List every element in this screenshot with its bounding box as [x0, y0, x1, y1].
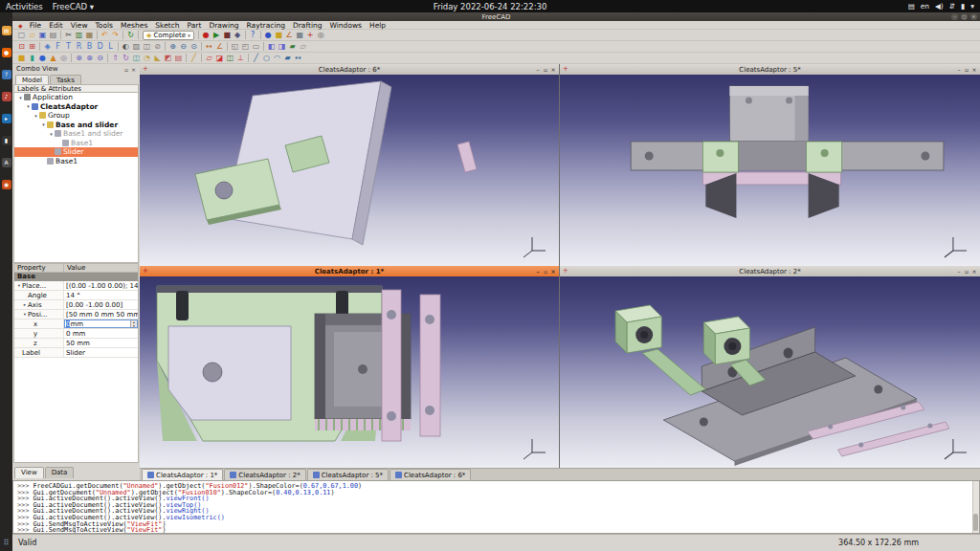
- viewport-close-icon[interactable]: ×: [549, 266, 557, 276]
- macro-stop-icon[interactable]: ■: [222, 30, 233, 40]
- viewport-maximize-icon[interactable]: ▫: [963, 64, 970, 75]
- dock-texteditor-icon[interactable]: A: [2, 158, 11, 167]
- tab-data[interactable]: Data: [45, 467, 75, 478]
- dock-help-icon[interactable]: ?: [2, 70, 11, 79]
- value-spinbox[interactable]: 0 mm▴▾: [64, 320, 138, 328]
- spin-down-icon[interactable]: ▾: [131, 324, 137, 328]
- view-left-icon[interactable]: L: [105, 41, 116, 52]
- constraint-icon[interactable]: ⊥: [235, 53, 246, 63]
- 3d-view-isometric[interactable]: [560, 276, 980, 468]
- tree-item-application[interactable]: ▾Application: [14, 93, 138, 102]
- network-icon[interactable]: ⇵: [949, 2, 955, 11]
- refresh-icon[interactable]: ↻: [125, 30, 136, 40]
- camera-icon[interactable]: ◎: [316, 30, 326, 40]
- tab-view[interactable]: View: [14, 467, 44, 478]
- 3d-view-front[interactable]: [560, 75, 980, 266]
- draft-line-icon[interactable]: ╱: [251, 53, 261, 63]
- window-tile-icon[interactable]: ◱: [230, 41, 240, 52]
- menu-file[interactable]: File: [26, 21, 46, 30]
- sketch-edit-icon[interactable]: ◪: [214, 53, 225, 63]
- python-console[interactable]: >>> FreeCADGui.getDocument("Unnamed").ge…: [12, 480, 980, 534]
- redo-icon[interactable]: ↷: [110, 30, 121, 40]
- property-row-y[interactable]: y0 mm: [14, 329, 138, 339]
- primitive-cylinder-icon[interactable]: ▮: [27, 53, 37, 63]
- menu-sketch[interactable]: Sketch: [151, 21, 183, 30]
- view-bottom-icon[interactable]: D: [95, 41, 105, 52]
- expander-icon[interactable]: ▾: [48, 131, 55, 137]
- sketch-new-icon[interactable]: ▱: [204, 53, 214, 63]
- viewport-close-icon[interactable]: ×: [549, 64, 557, 75]
- tree-item-group[interactable]: ▾Group: [14, 111, 138, 121]
- model-pink-rails[interactable]: [382, 290, 440, 441]
- fullscreen-icon[interactable]: ▭: [251, 41, 261, 52]
- draft-polygon-icon[interactable]: ▰: [282, 53, 293, 63]
- draft-dimension-icon[interactable]: ↔: [293, 53, 303, 63]
- expander-icon[interactable]: ▾: [17, 95, 24, 100]
- viewport-titlebar[interactable]: + CleatsAdaptor : 5* – ▫ ×: [560, 64, 980, 75]
- window-minimize-button[interactable]: –: [951, 13, 958, 20]
- axis-cross-icon[interactable]: +: [305, 30, 316, 40]
- menu-drafting[interactable]: Drafting: [289, 21, 326, 30]
- view-right-icon[interactable]: R: [74, 41, 84, 52]
- chevron-down-icon[interactable]: ▾: [970, 2, 974, 11]
- viewport-maximize-icon[interactable]: ▫: [963, 266, 970, 276]
- part-sphere-icon[interactable]: ●: [263, 30, 274, 40]
- chamfer-icon[interactable]: ◣: [152, 53, 163, 63]
- viewport-minimize-icon[interactable]: –: [534, 266, 542, 276]
- 3d-view-front-tilted[interactable]: [140, 75, 559, 266]
- view-fit-all-icon[interactable]: ⊡: [16, 41, 27, 52]
- menu-edit[interactable]: Edit: [45, 21, 67, 30]
- model-base-plate[interactable]: [631, 142, 944, 170]
- viewport-maximize-icon[interactable]: ▫: [542, 266, 549, 276]
- system-tray[interactable]: ▤en◀)⇵▮▾: [908, 2, 974, 11]
- copy-icon[interactable]: ▥: [74, 30, 84, 40]
- viewport-close-icon[interactable]: ×: [970, 266, 978, 276]
- macro-record-icon[interactable]: ●: [201, 30, 212, 40]
- view-fit-selection-icon[interactable]: ⊞: [27, 41, 37, 52]
- measure-icon[interactable]: ∠: [284, 30, 295, 40]
- viewport-maximize-icon[interactable]: ▫: [542, 64, 549, 75]
- battery-icon[interactable]: ▮: [961, 2, 965, 11]
- property-row-axis[interactable]: ▸Axis[0.00 -1.00 0.00]: [14, 300, 138, 310]
- menu-windows[interactable]: Windows: [326, 21, 366, 30]
- new-file-icon[interactable]: ▢: [16, 30, 27, 40]
- whats-this-icon[interactable]: ?: [248, 30, 258, 40]
- property-row-posi[interactable]: ▾Posi...[50 mm 0 mm 50 mm]: [14, 310, 138, 320]
- viewport-minimize-icon[interactable]: –: [534, 64, 542, 75]
- paste-icon[interactable]: ▦: [84, 30, 95, 40]
- menu-drawing[interactable]: Drawing: [205, 21, 242, 30]
- undo-icon[interactable]: ↶: [100, 30, 110, 40]
- menu-view[interactable]: View: [67, 21, 92, 30]
- model-lavender-plate[interactable]: [168, 326, 291, 420]
- mdi-tab-cleatsadaptor-1[interactable]: CleatsAdaptor : 1*: [142, 469, 223, 480]
- boolean-cut-icon[interactable]: ⊖: [95, 53, 105, 63]
- viewport-close-icon[interactable]: ×: [970, 64, 978, 75]
- draft-circle-icon[interactable]: ○: [261, 53, 272, 63]
- window-close-button[interactable]: ×: [970, 13, 977, 20]
- window-maximize-button[interactable]: ▢: [961, 13, 968, 20]
- tree-item-slider[interactable]: Slider: [14, 147, 138, 157]
- property-row-z[interactable]: z50 mm: [14, 339, 138, 348]
- print-icon[interactable]: ▤: [48, 30, 58, 40]
- spinner-arrows[interactable]: ▴▾: [130, 320, 137, 328]
- boolean-union-icon[interactable]: ⊕: [74, 53, 84, 63]
- draw-style-icon[interactable]: ◐: [121, 41, 131, 52]
- property-group-base[interactable]: Base: [14, 273, 138, 281]
- menu-meshes[interactable]: Meshes: [117, 21, 151, 30]
- measure-angle-icon[interactable]: ∠: [214, 41, 225, 52]
- sketch-leave-icon[interactable]: ◫: [225, 53, 235, 63]
- save-icon[interactable]: ▣: [37, 30, 48, 40]
- selection-view-icon[interactable]: ◧: [266, 41, 277, 52]
- mdi-tab-cleatsadaptor-6[interactable]: CleatsAdaptor : 6*: [390, 469, 471, 480]
- tab-model[interactable]: Model: [15, 75, 49, 84]
- console-scrollbar[interactable]: [972, 481, 979, 533]
- property-row-x[interactable]: x0 mm▴▾: [14, 320, 138, 329]
- dock-firefox-icon[interactable]: ●: [2, 48, 11, 57]
- primitive-torus-icon[interactable]: ◎: [58, 53, 69, 63]
- tree-item-base1[interactable]: Base1: [14, 157, 138, 166]
- macro-edit-icon[interactable]: ◆: [233, 30, 243, 40]
- measure-distance-icon[interactable]: ↔: [204, 41, 214, 52]
- tree-item-base1[interactable]: Base1: [14, 139, 138, 148]
- viewport-minimize-icon[interactable]: –: [955, 266, 963, 276]
- boolean-intersection-icon[interactable]: ⊗: [84, 53, 95, 63]
